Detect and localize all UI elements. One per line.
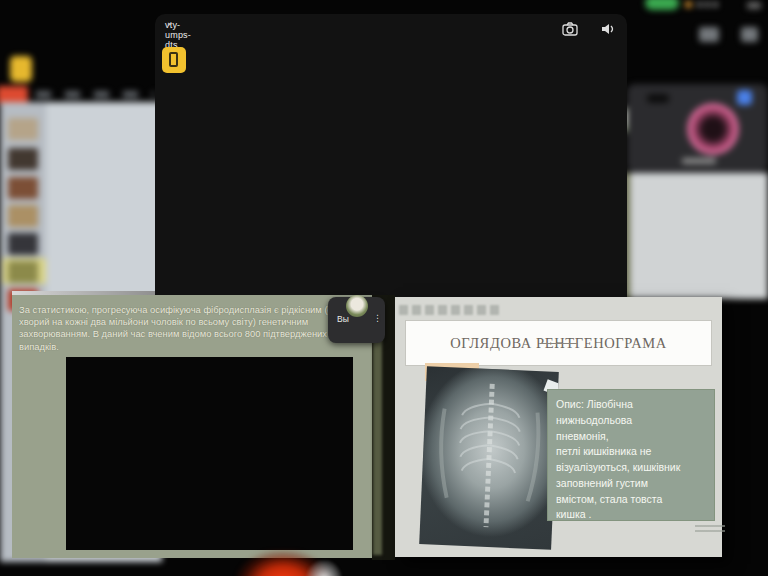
status-orange-dot [685, 1, 692, 8]
speaker-icon[interactable] [599, 21, 617, 37]
status-green-pill [645, 0, 679, 10]
background-thumbnail [8, 261, 38, 283]
title-rule-right [540, 343, 578, 344]
background-thumbnail [8, 148, 38, 170]
camera-switch-icon[interactable] [561, 21, 579, 37]
status-dot [713, 2, 718, 7]
slide-title-box: ОГЛЯДОВА РЕНТГЕНОГРАМА [405, 320, 712, 366]
screenshot-root: vty-umps-dts▸ Олександра ⋮ Ольга ⋮ [0, 0, 768, 576]
bottom-white-glow [306, 560, 342, 576]
self-menu-icon[interactable]: ⋮ [373, 313, 382, 323]
background-thumbnail [8, 233, 38, 255]
background-toolbar-icon [699, 27, 719, 42]
background-participant-tile [627, 84, 768, 173]
background-thumbnail [8, 118, 38, 140]
background-toolbar-icon [741, 27, 758, 42]
background-menu-bar [36, 91, 154, 98]
background-blue-badge [737, 90, 752, 105]
background-app-icon [10, 56, 32, 82]
presenter-watermark [399, 305, 499, 315]
slide-text: За статистикою, прогресуюча осифікуюча ф… [19, 304, 365, 353]
shared-slide-left: За статистикою, прогресуюча осифікуюча ф… [12, 295, 372, 558]
skeleton-xray-image [66, 357, 353, 550]
slide-description: Опис: Лівобічна нижньодольова пневмонія,… [547, 389, 715, 521]
self-view-tile[interactable]: Вы ⋮ [328, 297, 385, 343]
video-call-window: vty-umps-dts▸ Олександра ⋮ Ольга ⋮ [155, 14, 627, 310]
shared-slide-right: ОГЛЯДОВА РЕНТГЕНОГРАМА Опис: Лівобічна н… [395, 297, 722, 557]
tiny-caption [695, 525, 725, 534]
background-label-pill [647, 94, 669, 103]
floating-notes-icon[interactable] [162, 47, 186, 73]
background-avatar-pink [687, 103, 739, 155]
self-avatar [346, 295, 368, 317]
status-dot [705, 2, 710, 7]
status-dot [697, 2, 702, 7]
slide-gap-edge [373, 330, 382, 555]
self-label: Вы [337, 314, 349, 324]
chest-xray-photo [419, 366, 559, 550]
background-name-dash [682, 158, 716, 164]
battery-icon [747, 2, 761, 9]
background-thumbnail [8, 205, 38, 227]
background-slide-area [630, 173, 768, 299]
background-thumbnail [8, 177, 38, 199]
chevron-right-icon: ▸ [168, 20, 172, 28]
